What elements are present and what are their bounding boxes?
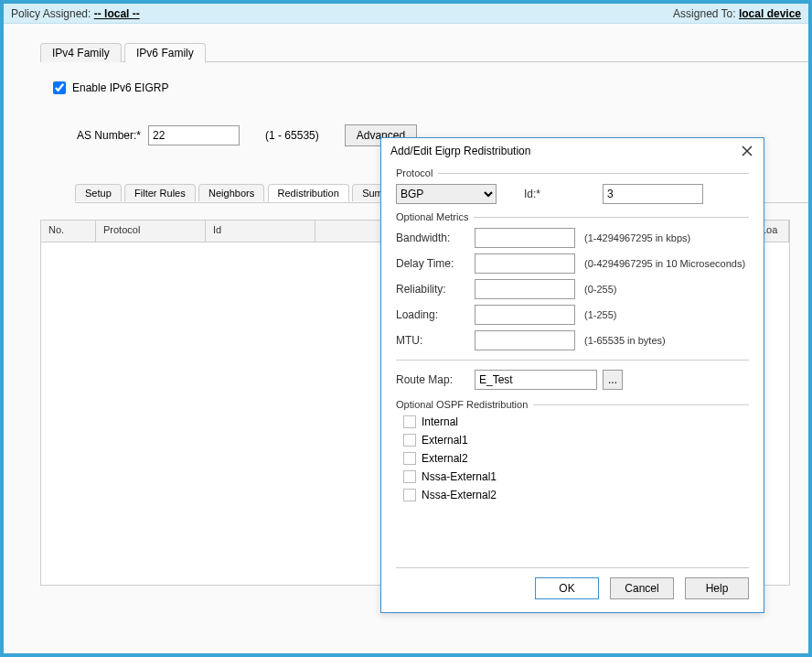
ospf-nssa-external1-checkbox[interactable] (403, 470, 416, 483)
tab-ipv6-family[interactable]: IPv6 Family (124, 43, 206, 63)
ospf-internal-checkbox[interactable] (403, 415, 416, 428)
tab-ipv4-family[interactable]: IPv4 Family (40, 43, 122, 62)
dialog-title: Add/Edit Eigrp Redistribution (390, 145, 530, 157)
id-label: Id:* (524, 188, 603, 200)
ospf-external1-checkbox[interactable] (403, 434, 416, 447)
as-number-range: (1 - 65535) (265, 129, 319, 142)
policy-assigned-label: Policy Assigned: (11, 7, 91, 20)
assigned-to-link[interactable]: local device (739, 7, 801, 20)
col-no[interactable]: No. (41, 221, 96, 242)
ospf-external1-label: External1 (422, 434, 468, 447)
protocol-select[interactable]: BGP (396, 184, 497, 204)
enable-ipv6-eigrp-row: Enable IPv6 EIGRP (49, 79, 808, 97)
protocol-group-label: Protocol (396, 167, 433, 178)
reliability-hint: (0-255) (584, 284, 616, 295)
route-map-input[interactable] (475, 370, 597, 390)
col-protocol[interactable]: Protocol (96, 221, 206, 242)
family-tabs: IPv4 Family IPv6 Family (40, 42, 808, 62)
help-button[interactable]: Help (685, 577, 749, 599)
ok-button[interactable]: OK (535, 577, 599, 599)
optional-ospf-group-label: Optional OSPF Redistribution (396, 399, 528, 410)
sub-tab-setup[interactable]: Setup (75, 184, 122, 201)
delay-time-label: Delay Time: (396, 257, 475, 270)
top-info-bar: Policy Assigned: -- local -- Assigned To… (4, 4, 808, 24)
as-number-label: AS Number:* (77, 129, 141, 142)
delay-time-input[interactable] (475, 253, 575, 274)
as-number-input[interactable] (148, 125, 240, 145)
add-edit-eigrp-redistribution-dialog: Add/Edit Eigrp Redistribution Protocol B… (380, 137, 764, 613)
bandwidth-hint: (1-4294967295 in kbps) (584, 232, 690, 243)
loading-input[interactable] (475, 305, 575, 325)
bandwidth-input[interactable] (475, 228, 575, 248)
sub-tab-filter-rules[interactable]: Filter Rules (124, 184, 196, 201)
assigned-to-label: Assigned To: (673, 7, 736, 20)
route-map-picker-button[interactable]: ... (603, 370, 623, 390)
policy-assigned-link[interactable]: -- local -- (94, 7, 140, 20)
col-id[interactable]: Id (206, 221, 315, 242)
ospf-external2-label: External2 (422, 452, 468, 465)
ospf-internal-label: Internal (422, 415, 458, 428)
optional-metrics-group-label: Optional Metrics (396, 211, 468, 222)
reliability-input[interactable] (475, 279, 575, 299)
mtu-input[interactable] (475, 330, 575, 350)
delay-time-hint: (0-4294967295 in 10 Microseconds) (584, 258, 745, 269)
bandwidth-label: Bandwidth: (396, 232, 475, 244)
policy-assigned: Policy Assigned: -- local -- (11, 7, 140, 20)
ospf-nssa-external2-label: Nssa-External2 (422, 489, 497, 501)
sub-tab-redistribution[interactable]: Redistribution (268, 184, 349, 202)
mtu-label: MTU: (396, 334, 475, 347)
ospf-nssa-external2-checkbox[interactable] (403, 489, 416, 501)
sub-tab-neighbors[interactable]: Neighbors (198, 184, 264, 201)
route-map-label: Route Map: (396, 373, 475, 386)
reliability-label: Reliability: (396, 283, 475, 296)
id-input[interactable] (603, 184, 703, 204)
assigned-to: Assigned To: local device (673, 7, 801, 20)
ospf-external2-checkbox[interactable] (403, 452, 416, 465)
loading-label: Loading: (396, 308, 475, 321)
enable-ipv6-eigrp-checkbox[interactable] (53, 81, 66, 94)
loading-hint: (1-255) (584, 309, 616, 320)
mtu-hint: (1-65535 in bytes) (584, 335, 666, 346)
close-icon[interactable] (740, 144, 754, 158)
ospf-nssa-external1-label: Nssa-External1 (422, 470, 497, 483)
cancel-button[interactable]: Cancel (610, 577, 674, 599)
enable-ipv6-eigrp-label: Enable IPv6 EIGRP (72, 81, 168, 94)
